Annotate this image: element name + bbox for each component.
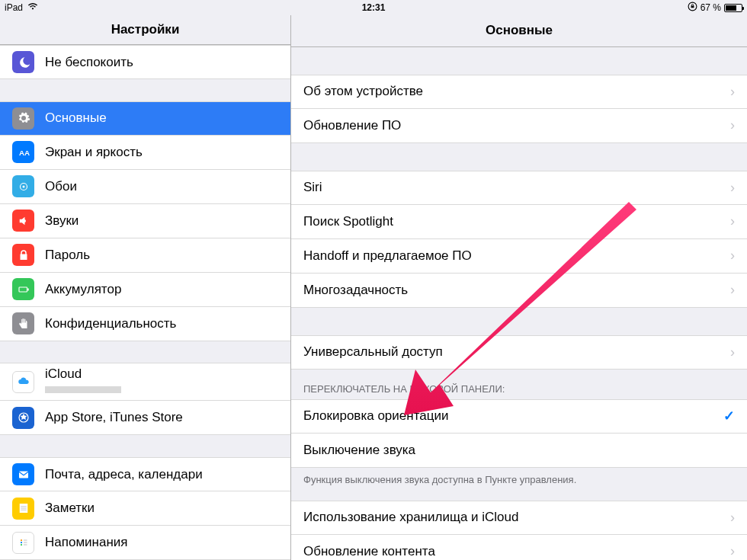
detail-row-storage[interactable]: Использование хранилища и iCloud ›	[291, 501, 747, 535]
detail-panel: Основные Об этом устройстве › Обновление…	[291, 15, 747, 560]
sidebar-item-label: Экран и яркость	[45, 145, 278, 160]
row-label: Siri	[303, 180, 730, 195]
row-label: Универсальный доступ	[303, 344, 730, 360]
sidebar-navbar: Настройки	[0, 15, 290, 45]
sidebar-item-label: Почта, адреса, календари	[45, 467, 278, 482]
chevron-right-icon: ›	[730, 84, 735, 100]
sidebar-item-label: Основные	[45, 110, 278, 126]
row-label: Обновление контента	[303, 544, 730, 559]
reminders-icon	[12, 532, 34, 554]
chevron-right-icon: ›	[730, 248, 735, 264]
row-label: Использование хранилища и iCloud	[303, 510, 730, 525]
sidebar-item-notes[interactable]: Заметки	[0, 491, 290, 526]
detail-row-software-update[interactable]: Обновление ПО ›	[291, 109, 747, 143]
sidebar-item-label: Звуки	[45, 213, 278, 229]
hand-icon	[12, 312, 34, 334]
detail-row-lock-rotation[interactable]: Блокировка ориентации ✓	[291, 399, 747, 434]
sidebar-item-label: Аккумулятор	[45, 282, 278, 297]
sidebar-item-battery[interactable]: Аккумулятор	[0, 273, 290, 307]
svg-point-14	[20, 544, 21, 546]
lock-icon	[12, 244, 34, 266]
svg-text:AA: AA	[19, 149, 30, 157]
sidebar-item-label: Конфиденциальность	[45, 316, 278, 331]
section-footer-side-switch: Функция выключения звука доступна в Пунк…	[291, 468, 747, 490]
svg-rect-7	[19, 471, 28, 478]
sidebar-item-label: Заметки	[45, 501, 278, 516]
chevron-right-icon: ›	[730, 180, 735, 196]
chevron-right-icon: ›	[730, 543, 735, 559]
detail-title: Основные	[486, 23, 553, 38]
sidebar-item-display[interactable]: AA Экран и яркость	[0, 136, 290, 170]
notes-icon	[12, 498, 34, 520]
sidebar-item-label: Пароль	[45, 248, 278, 263]
orientation-lock-icon	[688, 2, 697, 14]
sidebar-item-label: Напоминания	[45, 535, 278, 550]
detail-row-about[interactable]: Об этом устройстве ›	[291, 75, 747, 109]
speaker-icon	[12, 210, 34, 232]
display-icon: AA	[12, 141, 34, 163]
row-label: Многозадачность	[303, 283, 730, 298]
sidebar-item-label: App Store, iTunes Store	[45, 410, 278, 425]
status-time: 12:31	[362, 2, 386, 13]
sidebar-item-sounds[interactable]: Звуки	[0, 204, 290, 238]
row-label: Блокировка ориентации	[303, 408, 723, 424]
wallpaper-icon	[12, 175, 34, 197]
sidebar-item-icloud[interactable]: iCloud	[0, 363, 290, 401]
sidebar-item-reminders[interactable]: Напоминания	[0, 526, 290, 560]
detail-row-multitasking[interactable]: Многозадачность ›	[291, 274, 747, 308]
battery-icon	[12, 278, 34, 300]
detail-navbar: Основные	[291, 15, 747, 47]
svg-point-3	[22, 185, 24, 187]
detail-row-mute[interactable]: Выключение звука	[291, 434, 747, 468]
sidebar-item-passcode[interactable]: Пароль	[0, 238, 290, 273]
appstore-icon	[12, 407, 34, 429]
svg-rect-5	[27, 288, 29, 290]
svg-point-13	[20, 542, 21, 543]
chevron-right-icon: ›	[730, 510, 735, 526]
detail-row-spotlight[interactable]: Поиск Spotlight ›	[291, 205, 747, 239]
detail-row-handoff[interactable]: Handoff и предлагаемое ПО ›	[291, 239, 747, 274]
status-bar: iPad 12:31 67 %	[0, 0, 747, 15]
detail-row-siri[interactable]: Siri ›	[291, 171, 747, 205]
battery-pct: 67 %	[701, 2, 721, 13]
wifi-icon	[27, 2, 38, 13]
device-name: iPad	[5, 2, 23, 13]
sidebar-item-appstore[interactable]: App Store, iTunes Store	[0, 401, 290, 435]
chevron-right-icon: ›	[730, 213, 735, 229]
sidebar-item-general[interactable]: Основные	[0, 101, 290, 136]
sidebar-item-mail[interactable]: Почта, адреса, календари	[0, 457, 290, 491]
section-header-side-switch: ПЕРЕКЛЮЧАТЕЛЬ НА БОКОВОЙ ПАНЕЛИ:	[291, 370, 747, 399]
gear-icon	[12, 107, 34, 130]
icloud-icon	[12, 371, 34, 393]
sidebar-item-label: Не беспокоить	[45, 55, 278, 70]
checkmark-icon: ✓	[723, 408, 735, 424]
row-label: Поиск Spotlight	[303, 214, 730, 229]
chevron-right-icon: ›	[730, 282, 735, 298]
row-label: Об этом устройстве	[303, 84, 730, 99]
row-label: Выключение звука	[303, 443, 735, 458]
mail-icon	[12, 463, 34, 485]
detail-row-accessibility[interactable]: Универсальный доступ ›	[291, 335, 747, 370]
sidebar-item-label: Обои	[45, 179, 278, 194]
detail-row-background-refresh[interactable]: Обновление контента ›	[291, 535, 747, 560]
sidebar-title: Настройки	[111, 22, 180, 37]
sidebar-item-label: iCloud	[45, 363, 278, 400]
battery-icon	[724, 4, 742, 12]
svg-point-12	[20, 539, 21, 541]
chevron-right-icon: ›	[730, 117, 735, 133]
sidebar-item-wallpaper[interactable]: Обои	[0, 170, 290, 204]
sidebar-item-privacy[interactable]: Конфиденциальность	[0, 307, 290, 341]
sidebar-item-dnd[interactable]: Не беспокоить	[0, 45, 290, 79]
chevron-right-icon: ›	[730, 344, 735, 360]
svg-rect-4	[19, 287, 27, 292]
settings-sidebar: Настройки Не беспокоить Основные AA	[0, 15, 291, 560]
row-label: Обновление ПО	[303, 118, 730, 133]
moon-icon	[12, 51, 34, 73]
row-label: Handoff и предлагаемое ПО	[303, 248, 730, 264]
